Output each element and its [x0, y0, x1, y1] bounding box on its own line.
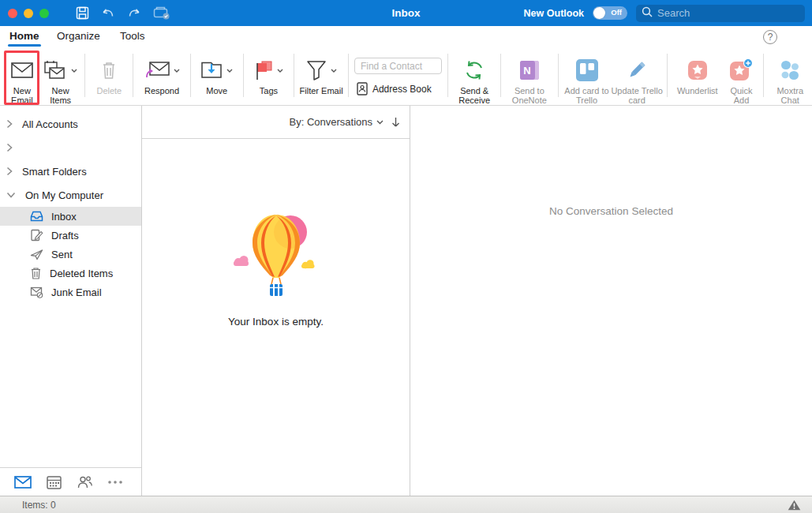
ribbon-separator — [84, 54, 85, 97]
help-icon[interactable]: ? — [763, 30, 777, 44]
sort-by-dropdown[interactable]: By: Conversations — [290, 116, 384, 128]
chevron-down-icon[interactable] — [6, 192, 16, 198]
ribbon-separator — [348, 54, 349, 97]
sidebar-item-junk-email[interactable]: Junk Email — [0, 283, 141, 301]
delete-button[interactable]: Delete — [89, 49, 129, 105]
move-folder-icon — [200, 61, 223, 80]
move-button[interactable]: Move — [195, 49, 239, 105]
wunderlist-button[interactable]: Wunderlist — [672, 49, 724, 105]
undo-icon[interactable] — [100, 6, 116, 21]
respond-label: Respond — [144, 86, 179, 95]
reading-pane: No Conversation Selected — [410, 106, 812, 496]
moxtra-chat-button[interactable]: Moxtra Chat — [768, 49, 812, 105]
zoom-window-button[interactable] — [39, 9, 49, 18]
people-view-button[interactable] — [76, 475, 93, 489]
new-email-button[interactable]: New Email — [4, 49, 40, 105]
toggle-state-label: Off — [611, 8, 622, 17]
moxtra-icon — [779, 59, 801, 81]
save-icon[interactable] — [75, 6, 90, 21]
module-switcher — [0, 467, 141, 496]
empty-inbox-state: Your Inbox is empty. — [142, 212, 410, 328]
wunderlist-icon — [687, 59, 709, 81]
message-list-pane: By: Conversations — [142, 106, 410, 496]
new-items-icon — [43, 60, 67, 81]
new-items-button[interactable]: New Items — [40, 49, 81, 105]
more-views-button[interactable] — [107, 480, 124, 485]
new-outlook-label: New Outlook — [524, 8, 584, 19]
mail-view-button[interactable] — [14, 476, 32, 489]
chevron-down-icon — [277, 69, 283, 73]
chevron-down-icon — [226, 69, 233, 73]
items-count-label: Items: 0 — [22, 500, 56, 511]
drafts-icon — [30, 229, 43, 242]
ribbon-separator — [243, 54, 244, 97]
chevron-right-icon[interactable] — [6, 143, 13, 152]
update-trello-card-label: Update Trello card — [611, 86, 663, 105]
sidebar-section-all-accounts[interactable]: All Accounts — [0, 112, 141, 136]
ribbon-separator — [190, 54, 191, 97]
folder-label: Junk Email — [51, 286, 102, 298]
sort-direction-icon[interactable] — [391, 117, 400, 128]
chevron-right-icon[interactable] — [6, 119, 13, 129]
flag-icon — [254, 60, 273, 81]
empty-inbox-message: Your Inbox is empty. — [228, 316, 324, 328]
tab-home[interactable]: Home — [9, 30, 39, 42]
filter-email-button[interactable]: Filter Email — [298, 49, 344, 105]
tags-label: Tags — [260, 86, 278, 95]
add-card-to-trello-button[interactable]: Add card to Trello — [563, 49, 612, 105]
find-contact-input[interactable] — [354, 58, 442, 74]
send-receive-button[interactable]: Send & Receive — [452, 49, 496, 105]
search-input[interactable] — [657, 7, 799, 19]
hot-air-balloon-illustration — [227, 212, 325, 298]
sent-icon — [30, 249, 43, 260]
sidebar-item-inbox[interactable]: Inbox — [0, 207, 141, 226]
chevron-down-icon — [376, 120, 384, 125]
address-book-button[interactable]: Address Book — [354, 82, 442, 95]
address-book-icon — [356, 82, 368, 95]
calendar-view-button[interactable] — [45, 475, 62, 489]
trash-icon — [101, 61, 117, 80]
quick-add-label: Quick Add — [724, 86, 760, 105]
filter-email-label: Filter Email — [300, 86, 343, 95]
new-outlook-toggle[interactable]: Off — [593, 6, 627, 20]
sidebar-section-smart-folders[interactable]: Smart Folders — [0, 159, 141, 183]
respond-icon — [144, 61, 170, 80]
sidebar-section-account[interactable] — [0, 136, 141, 159]
tab-organize[interactable]: Organize — [57, 30, 100, 42]
sort-by-label: By: Conversations — [290, 116, 373, 128]
warning-icon[interactable] — [788, 500, 801, 511]
sidebar-item-deleted-items[interactable]: Deleted Items — [0, 264, 141, 283]
chevron-down-icon — [71, 69, 77, 73]
add-card-to-trello-label: Add card to Trello — [563, 86, 612, 105]
sidebar-item-sent[interactable]: Sent — [0, 245, 141, 264]
tags-button[interactable]: Tags — [248, 49, 290, 105]
sync-status-icon[interactable] — [152, 6, 171, 21]
search-icon — [642, 6, 653, 21]
send-to-onenote-button[interactable]: N Send to OneNote — [505, 49, 554, 105]
sync-arrows-icon — [463, 59, 485, 81]
title-bar: Inbox New Outlook Off — [0, 0, 812, 26]
status-bar: Items: 0 — [0, 496, 812, 513]
ribbon-separator — [667, 54, 668, 97]
inbox-icon — [30, 211, 43, 222]
outlook-window: Inbox New Outlook Off Home Organize Tool… — [0, 0, 812, 513]
sidebar-section-label: On My Computer — [25, 189, 103, 201]
message-list-header: By: Conversations — [142, 106, 410, 139]
chevron-down-icon — [331, 69, 337, 73]
tab-tools[interactable]: Tools — [120, 30, 145, 42]
folder-label: Inbox — [51, 211, 77, 223]
redo-icon[interactable] — [126, 6, 142, 21]
filter-funnel-icon — [306, 60, 327, 81]
close-window-button[interactable] — [8, 9, 17, 18]
contact-group: Address Book — [354, 49, 442, 105]
respond-button[interactable]: Respond — [137, 49, 186, 105]
onenote-icon: N — [518, 59, 541, 81]
minimize-window-button[interactable] — [24, 9, 33, 18]
quick-add-button[interactable]: Quick Add — [724, 49, 760, 105]
folder-label: Sent — [51, 249, 73, 260]
chevron-right-icon[interactable] — [6, 167, 13, 176]
update-trello-card-button[interactable]: Update Trello card — [611, 49, 663, 105]
window-title: Inbox — [392, 7, 421, 19]
sidebar-section-on-my-computer[interactable]: On My Computer — [0, 183, 141, 207]
sidebar-item-drafts[interactable]: Drafts — [0, 226, 141, 245]
